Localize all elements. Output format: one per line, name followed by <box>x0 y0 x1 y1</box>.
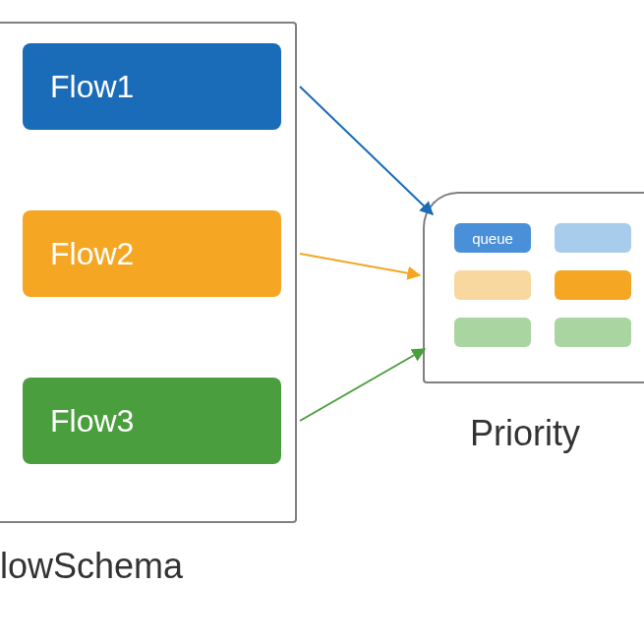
queue-row-2 <box>454 270 644 300</box>
arrow-flow1 <box>300 87 433 214</box>
flow-label-1: Flow1 <box>50 69 134 105</box>
queue-pill <box>454 318 531 347</box>
priority-container: queue <box>423 192 644 383</box>
flow-box-1: Flow1 <box>23 43 281 130</box>
queue-pill <box>555 270 631 300</box>
flow-label-3: Flow3 <box>50 403 134 439</box>
priority-label: Priority <box>470 413 580 454</box>
queue-row-1: queue <box>454 223 644 253</box>
queue-pill-labeled: queue <box>454 223 531 253</box>
queue-row-3 <box>454 318 644 347</box>
arrow-flow2 <box>300 254 420 275</box>
queue-pill <box>555 223 631 253</box>
flow-schema-container: Flow1 Flow2 Flow3 <box>0 22 297 523</box>
flow-label-2: Flow2 <box>50 236 134 272</box>
queue-pill-label: queue <box>472 230 513 247</box>
flow-box-3: Flow3 <box>23 378 281 464</box>
queue-pill <box>555 318 631 347</box>
flow-schema-label: lowSchema <box>0 546 183 587</box>
queue-pill <box>454 270 531 300</box>
flow-box-2: Flow2 <box>23 210 281 297</box>
arrow-flow3 <box>300 349 425 421</box>
